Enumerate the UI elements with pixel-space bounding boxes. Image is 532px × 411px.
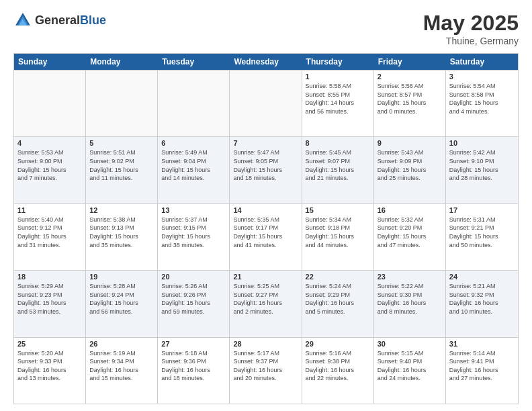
day-info: Sunrise: 5:24 AMSunset: 9:29 PMDaylight:… [306,282,370,316]
calendar-cell: 31Sunrise: 5:14 AMSunset: 9:41 PMDayligh… [446,338,518,404]
calendar-cell: 14Sunrise: 5:35 AMSunset: 9:17 PMDayligh… [230,204,302,270]
calendar-cell: 2Sunrise: 5:56 AMSunset: 8:57 PMDaylight… [374,71,446,136]
day-info: Sunrise: 5:18 AMSunset: 9:36 PMDaylight:… [161,349,226,383]
calendar-cell: 23Sunrise: 5:22 AMSunset: 9:30 PMDayligh… [374,271,446,336]
calendar-cell: 22Sunrise: 5:24 AMSunset: 9:29 PMDayligh… [302,271,374,336]
day-info: Sunrise: 5:17 AMSunset: 9:37 PMDaylight:… [233,349,298,383]
day-number: 4 [17,139,82,147]
calendar-cell: 25Sunrise: 5:20 AMSunset: 9:33 PMDayligh… [14,338,86,404]
calendar-cell [86,71,158,136]
day-info: Sunrise: 5:53 AMSunset: 9:00 PMDaylight:… [17,148,82,182]
calendar-cell: 20Sunrise: 5:26 AMSunset: 9:26 PMDayligh… [158,271,230,336]
day-info: Sunrise: 5:37 AMSunset: 9:15 PMDaylight:… [161,216,226,249]
day-info: Sunrise: 5:34 AMSunset: 9:18 PMDaylight:… [306,216,370,249]
calendar-row-3: 11Sunrise: 5:40 AMSunset: 9:12 PMDayligh… [14,203,518,270]
day-info: Sunrise: 5:40 AMSunset: 9:12 PMDaylight:… [17,216,82,249]
calendar-cell: 26Sunrise: 5:19 AMSunset: 9:34 PMDayligh… [86,338,158,404]
calendar-header-row: SundayMondayTuesdayWednesdayThursdayFrid… [14,54,518,70]
header-cell-wednesday: Wednesday [230,54,302,70]
day-number: 28 [233,340,298,348]
calendar-cell [158,71,230,136]
day-info: Sunrise: 5:45 AMSunset: 9:07 PMDaylight:… [306,148,370,182]
day-number: 26 [89,340,154,348]
calendar-cell: 15Sunrise: 5:34 AMSunset: 9:18 PMDayligh… [302,204,374,270]
title-location: Thuine, Germany [423,36,519,46]
calendar-row-4: 18Sunrise: 5:29 AMSunset: 9:23 PMDayligh… [14,270,518,336]
day-info: Sunrise: 5:42 AMSunset: 9:10 PMDaylight:… [449,148,515,182]
day-info: Sunrise: 5:43 AMSunset: 9:09 PMDaylight:… [378,148,442,182]
header-cell-tuesday: Tuesday [158,54,230,70]
header-cell-monday: Monday [86,54,158,70]
calendar-cell: 5Sunrise: 5:51 AMSunset: 9:02 PMDaylight… [86,137,158,203]
day-number: 13 [161,206,226,214]
logo-blue: Blue [80,13,106,27]
calendar-cell: 16Sunrise: 5:32 AMSunset: 9:20 PMDayligh… [374,204,446,270]
calendar-cell: 19Sunrise: 5:28 AMSunset: 9:24 PMDayligh… [86,271,158,336]
header-cell-thursday: Thursday [302,54,374,70]
title-block: May 2025 Thuine, Germany [423,11,519,46]
day-info: Sunrise: 5:54 AMSunset: 8:58 PMDaylight:… [449,82,515,116]
calendar-row-1: 1Sunrise: 5:58 AMSunset: 8:55 PMDaylight… [14,70,518,136]
day-info: Sunrise: 5:49 AMSunset: 9:04 PMDaylight:… [161,148,226,182]
calendar-cell: 12Sunrise: 5:38 AMSunset: 9:13 PMDayligh… [86,204,158,270]
calendar-cell: 13Sunrise: 5:37 AMSunset: 9:15 PMDayligh… [158,204,230,270]
day-info: Sunrise: 5:51 AMSunset: 9:02 PMDaylight:… [89,148,154,182]
day-info: Sunrise: 5:28 AMSunset: 9:24 PMDaylight:… [89,282,154,316]
day-info: Sunrise: 5:35 AMSunset: 9:17 PMDaylight:… [233,216,298,249]
calendar-cell: 18Sunrise: 5:29 AMSunset: 9:23 PMDayligh… [14,271,86,336]
calendar-cell: 28Sunrise: 5:17 AMSunset: 9:37 PMDayligh… [230,338,302,404]
day-number: 14 [233,206,298,214]
calendar-cell: 1Sunrise: 5:58 AMSunset: 8:55 PMDaylight… [302,71,374,136]
page: GeneralBlue May 2025 Thuine, Germany Sun… [0,0,532,411]
day-number: 6 [161,139,226,147]
calendar-cell: 11Sunrise: 5:40 AMSunset: 9:12 PMDayligh… [14,204,86,270]
calendar-cell: 9Sunrise: 5:43 AMSunset: 9:09 PMDaylight… [374,137,446,203]
header: GeneralBlue May 2025 Thuine, Germany [13,11,519,46]
day-number: 29 [306,340,370,348]
header-cell-friday: Friday [374,54,446,70]
day-number: 10 [449,139,515,147]
day-info: Sunrise: 5:29 AMSunset: 9:23 PMDaylight:… [17,282,82,316]
calendar-cell: 6Sunrise: 5:49 AMSunset: 9:04 PMDaylight… [158,137,230,203]
day-number: 25 [17,340,82,348]
day-info: Sunrise: 5:26 AMSunset: 9:26 PMDaylight:… [161,282,226,316]
calendar-cell: 10Sunrise: 5:42 AMSunset: 9:10 PMDayligh… [446,137,518,203]
logo-general: General [35,13,80,27]
header-cell-sunday: Sunday [14,54,86,70]
day-number: 19 [89,273,154,281]
calendar-cell: 30Sunrise: 5:15 AMSunset: 9:40 PMDayligh… [374,338,446,404]
day-number: 24 [449,273,515,281]
calendar-cell: 7Sunrise: 5:47 AMSunset: 9:05 PMDaylight… [230,137,302,203]
day-info: Sunrise: 5:15 AMSunset: 9:40 PMDaylight:… [378,349,442,383]
day-number: 27 [161,340,226,348]
day-number: 9 [378,139,442,147]
day-info: Sunrise: 5:25 AMSunset: 9:27 PMDaylight:… [233,282,298,316]
calendar-cell [14,71,86,136]
day-number: 15 [306,206,370,214]
logo: GeneralBlue [13,11,106,30]
day-number: 7 [233,139,298,147]
calendar-cell: 17Sunrise: 5:31 AMSunset: 9:21 PMDayligh… [446,204,518,270]
day-number: 17 [449,206,515,214]
day-info: Sunrise: 5:20 AMSunset: 9:33 PMDaylight:… [17,349,82,383]
day-number: 1 [306,73,370,81]
day-info: Sunrise: 5:14 AMSunset: 9:41 PMDaylight:… [449,349,515,383]
day-number: 20 [161,273,226,281]
calendar-cell: 3Sunrise: 5:54 AMSunset: 8:58 PMDaylight… [446,71,518,136]
calendar-cell: 8Sunrise: 5:45 AMSunset: 9:07 PMDaylight… [302,137,374,203]
calendar-cell: 24Sunrise: 5:21 AMSunset: 9:32 PMDayligh… [446,271,518,336]
logo-text: GeneralBlue [35,13,106,28]
day-number: 30 [378,340,442,348]
logo-icon [13,11,32,30]
header-cell-saturday: Saturday [446,54,518,70]
day-info: Sunrise: 5:38 AMSunset: 9:13 PMDaylight:… [89,216,154,249]
day-number: 23 [378,273,442,281]
day-info: Sunrise: 5:31 AMSunset: 9:21 PMDaylight:… [449,216,515,249]
day-number: 31 [449,340,515,348]
day-number: 22 [306,273,370,281]
day-info: Sunrise: 5:22 AMSunset: 9:30 PMDaylight:… [378,282,442,316]
calendar-body: 1Sunrise: 5:58 AMSunset: 8:55 PMDaylight… [14,70,518,404]
day-number: 5 [89,139,154,147]
calendar-cell: 27Sunrise: 5:18 AMSunset: 9:36 PMDayligh… [158,338,230,404]
day-number: 12 [89,206,154,214]
